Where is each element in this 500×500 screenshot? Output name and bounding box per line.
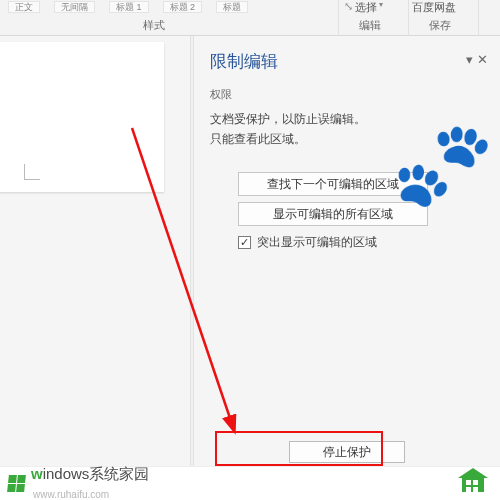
style-chip[interactable]: 无间隔 [54,1,95,13]
watermark-footer: windows系统家园 www.ruhaifu.com 🐾 [0,466,500,500]
select-button[interactable]: ⤡ 选择 ▾ [344,0,396,15]
divider [478,0,479,36]
group-label-save: 保存 [410,18,470,33]
document-page[interactable] [0,42,164,192]
restrict-editing-pane: 限制编辑 ▾ ✕ 权限 文档受保护，以防止误编辑。 只能查看此区域。 查找下一个… [194,36,500,466]
find-next-region-button[interactable]: 查找下一个可编辑的区域 [238,172,428,196]
select-button-label: 选择 [355,0,377,15]
ribbon: 正文 无间隔 标题 1 标题 2 标题 样式 ⤡ 选择 ▾ 编辑 百度网盘 保存 [0,0,500,36]
document-well [0,36,190,466]
divider [408,0,409,36]
permissions-text-2: 只能查看此区域。 [210,130,484,148]
watermark-brand: windows系统家园 [31,465,149,482]
pane-title: 限制编辑 [210,50,484,73]
highlight-regions-label: 突出显示可编辑的区域 [257,234,377,251]
style-gallery[interactable]: 正文 无间隔 标题 1 标题 2 标题 [0,0,340,14]
group-label-styles: 样式 [0,18,308,33]
style-chip[interactable]: 标题 1 [109,1,149,13]
workspace: 限制编辑 ▾ ✕ 权限 文档受保护，以防止误编辑。 只能查看此区域。 查找下一个… [0,36,500,466]
style-chip[interactable]: 标题 2 [163,1,203,13]
house-logo-icon [458,470,492,498]
chevron-down-icon: ▾ [466,52,473,67]
checkbox-checked-icon: ✓ [238,236,251,249]
highlight-regions-checkbox[interactable]: ✓ 突出显示可编辑的区域 [238,234,484,251]
style-chip[interactable]: 正文 [8,1,40,13]
baidu-save-button[interactable]: 百度网盘 [412,0,472,15]
close-icon: ✕ [477,52,488,67]
watermark-url: www.ruhaifu.com [33,489,109,500]
cursor-icon: ⤡ [344,0,353,13]
annotation-highlight-box [215,431,383,466]
chevron-down-icon: ▾ [379,0,383,9]
permissions-label: 权限 [210,87,484,102]
divider [338,0,339,36]
show-all-regions-button[interactable]: 显示可编辑的所有区域 [238,202,428,226]
group-label-edit: 编辑 [340,18,400,33]
page-margin-corner-icon [24,164,40,180]
permissions-text-1: 文档受保护，以防止误编辑。 [210,110,484,128]
pane-close-button[interactable]: ▾ ✕ [466,52,488,67]
style-chip[interactable]: 标题 [216,1,248,13]
windows-flag-icon [7,475,26,492]
